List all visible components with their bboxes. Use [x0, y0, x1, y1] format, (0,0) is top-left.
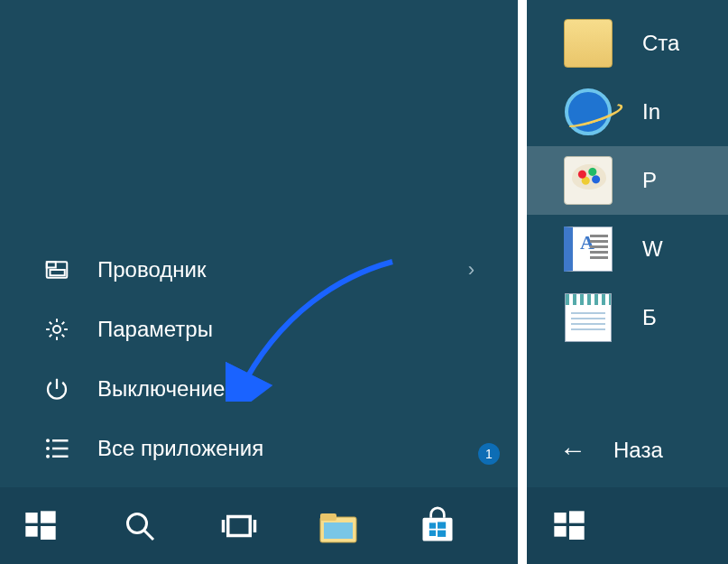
svg-point-14: [128, 513, 147, 532]
menu-item-all-apps[interactable]: Все приложения: [0, 419, 518, 478]
svg-rect-22: [423, 517, 453, 541]
taskbar-explorer-button[interactable]: [307, 495, 370, 558]
svg-rect-12: [25, 526, 37, 537]
gear-icon: [43, 316, 70, 343]
menu-item-label: Все приложения: [97, 436, 493, 461]
app-tile-label: Б: [642, 305, 657, 330]
svg-rect-2: [51, 270, 65, 275]
start-menu-left: Проводник › Параметры Выключение: [0, 0, 518, 564]
annotation-badge: 1: [478, 443, 500, 465]
app-tile[interactable]: Ста: [527, 9, 728, 78]
power-icon: [43, 375, 70, 402]
svg-point-3: [53, 326, 60, 333]
start-menu-right: Ста In P W Б ← Наза: [527, 0, 728, 564]
svg-rect-5: [52, 439, 69, 442]
app-tile[interactable]: W: [527, 215, 728, 283]
chevron-right-icon: ›: [468, 258, 475, 282]
svg-rect-7: [52, 448, 69, 450]
svg-point-6: [46, 447, 50, 450]
notepad-icon: [561, 291, 615, 345]
svg-point-8: [46, 455, 50, 458]
taskbar-left: [0, 487, 518, 564]
panel-divider: [518, 0, 527, 564]
menu-item-explorer[interactable]: Проводник ›: [0, 240, 518, 300]
svg-rect-28: [569, 511, 585, 522]
folder-icon: [561, 16, 615, 70]
all-apps-icon: [43, 435, 70, 462]
taskbar-search-button[interactable]: [108, 495, 171, 558]
app-tile-label: P: [642, 168, 657, 193]
menu-item-settings[interactable]: Параметры: [0, 300, 518, 359]
explorer-icon: [43, 256, 70, 283]
menu-item-label: Проводник: [97, 257, 468, 282]
start-menu-items: Проводник › Параметры Выключение: [0, 0, 518, 487]
svg-rect-13: [41, 526, 56, 540]
back-label: Наза: [613, 438, 663, 463]
start-button[interactable]: [538, 495, 601, 558]
app-tile-label: In: [642, 99, 660, 125]
start-button[interactable]: [9, 495, 72, 558]
paint-icon: [561, 153, 615, 208]
arrow-left-icon: ←: [559, 435, 586, 466]
app-tile-label: W: [642, 236, 663, 262]
svg-rect-23: [429, 522, 436, 528]
app-tile-label: Ста: [642, 31, 679, 56]
svg-rect-29: [554, 526, 566, 537]
svg-rect-20: [320, 513, 336, 521]
svg-rect-24: [438, 522, 446, 528]
svg-rect-21: [324, 522, 353, 539]
svg-rect-16: [228, 516, 251, 535]
svg-rect-10: [25, 513, 37, 523]
app-tile[interactable]: Б: [527, 283, 728, 352]
menu-item-label: Параметры: [97, 317, 493, 342]
taskbar-right: [527, 487, 728, 564]
svg-rect-27: [554, 513, 566, 523]
svg-rect-11: [41, 511, 56, 522]
svg-rect-25: [429, 530, 436, 535]
svg-rect-9: [52, 456, 69, 458]
menu-item-label: Выключение: [97, 376, 493, 402]
taskbar-taskview-button[interactable]: [207, 495, 271, 558]
back-button[interactable]: ← Наза: [527, 419, 728, 487]
internet-explorer-icon: [561, 85, 615, 139]
app-tile[interactable]: P: [527, 146, 728, 215]
menu-item-power[interactable]: Выключение: [0, 359, 518, 419]
svg-line-15: [144, 530, 154, 540]
wordpad-icon: [561, 222, 615, 276]
svg-point-4: [46, 439, 50, 442]
taskbar-store-button[interactable]: [406, 495, 469, 558]
svg-rect-26: [438, 530, 446, 536]
app-tile[interactable]: In: [527, 78, 728, 146]
svg-rect-1: [47, 262, 56, 267]
app-tile-list: Ста In P W Б: [527, 0, 728, 419]
svg-rect-30: [569, 526, 585, 540]
